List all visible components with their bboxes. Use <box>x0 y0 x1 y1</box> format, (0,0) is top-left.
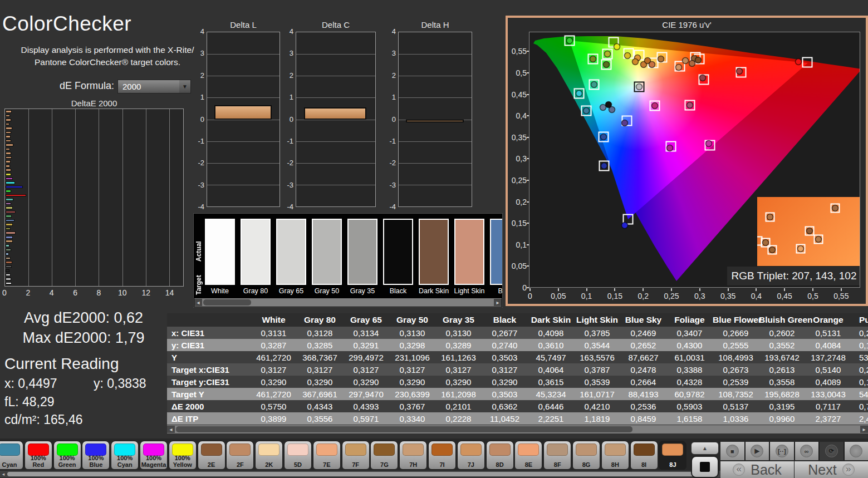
y-tick-label: 0,1 <box>508 240 527 249</box>
patch-tab-100-green[interactable]: 100%Green <box>53 441 81 470</box>
patch-tab-8i[interactable]: 8I <box>630 441 658 470</box>
patch-tab-label: 2F <box>227 462 253 469</box>
patch-window-button[interactable] <box>691 456 719 478</box>
patch-tab-8e[interactable]: 8E <box>514 441 542 470</box>
deltae-bar <box>6 140 11 142</box>
record-button[interactable] <box>845 442 868 460</box>
patch-tab-2f[interactable]: 2F <box>226 441 254 470</box>
patch-tab-5d[interactable]: 5D <box>284 441 312 470</box>
patch-tab-8d[interactable]: 8D <box>486 441 514 470</box>
swatch-scrollbar-thumb[interactable] <box>203 299 251 305</box>
range-button[interactable]: [··] <box>770 442 794 460</box>
patch-tab-8g[interactable]: 8G <box>572 441 600 470</box>
table-scrollbar[interactable]: ◂ ▸ <box>167 425 868 433</box>
x-tick-label: 14 <box>165 288 174 297</box>
patch-tab-7j[interactable]: 7J <box>457 441 485 470</box>
y-tick-label: 4 <box>279 27 293 36</box>
gridline <box>399 185 472 185</box>
table-cell: 0,5750 <box>251 402 297 411</box>
back-button-label: Back <box>751 462 782 478</box>
table-cell: 0,3134 <box>343 328 389 338</box>
patch-tab-100red[interactable]: 100% Red <box>24 441 52 470</box>
y-tick-label: 0,55 <box>508 47 527 56</box>
chevron-down-icon[interactable]: ▼ <box>179 80 190 93</box>
zoom-inset <box>757 197 860 266</box>
collapse-toolbar-button[interactable]: ▲ <box>691 442 719 455</box>
patch-tab-7g[interactable]: 7G <box>370 441 398 470</box>
patch-tab-8j[interactable]: 8J <box>659 441 686 470</box>
swatch-label: White <box>200 287 239 295</box>
patch-tab-100-magenta[interactable]: 100%Magenta <box>140 441 168 470</box>
table-cell: 1,6158 <box>666 414 713 423</box>
back-button[interactable]: « Back <box>720 461 794 478</box>
scroll-left-icon[interactable]: ◂ <box>194 299 202 306</box>
deltae-bar <box>6 257 11 260</box>
loop-button[interactable]: ∞ <box>795 442 819 460</box>
patch-tab-100-blue[interactable]: 100%Blue <box>82 441 110 470</box>
table-cell: 0,3290 <box>343 377 389 387</box>
patch-tab-2e[interactable]: 2E <box>198 441 225 470</box>
deltae-bar <box>6 265 12 268</box>
patch-tab-swatch <box>576 443 597 456</box>
measured-dot-marker <box>737 68 743 75</box>
table-row: Y461,2720368,7367299,4972231,1096161,126… <box>167 351 868 363</box>
table-cell: 461,2720 <box>251 390 297 399</box>
y-tick-label: 0,05 <box>508 262 527 270</box>
x-tick-label: 0,3 <box>694 292 705 300</box>
deltae-bars <box>6 110 182 285</box>
y-tick-label: -3 <box>279 181 293 189</box>
deltae-bar <box>6 253 9 255</box>
table-cell: 0,4064 <box>528 365 574 374</box>
x-tick-label: 0,05 <box>551 292 566 300</box>
scroll-right-icon[interactable]: ▸ <box>494 299 502 306</box>
patch-tab-7f[interactable]: 7F <box>342 441 370 470</box>
table-cell: 0,3539 <box>574 377 620 387</box>
gridline <box>399 163 472 164</box>
measured-dot-marker <box>590 56 596 62</box>
patch-tab-100-cyan[interactable]: 100%Cyan <box>111 441 139 470</box>
y-tick-label: -4 <box>381 203 396 211</box>
max-de2000: Max dE2000: 1,79 <box>8 329 159 347</box>
scroll-right-icon[interactable]: ▸ <box>860 426 868 433</box>
patch-tab-8f[interactable]: 8F <box>543 441 571 470</box>
measured-dot-marker <box>576 91 582 97</box>
patch-tab-7i[interactable]: 7I <box>428 441 456 470</box>
measured-dot-marker <box>583 108 590 114</box>
measured-dot-marker <box>614 44 620 50</box>
description-line-2: Pantone ColorChecker® target colors. <box>16 56 199 68</box>
patch-tab-100-yellow[interactable]: 100%Yellow <box>169 441 197 470</box>
gridline <box>399 97 472 98</box>
measured-dot-marker <box>807 228 813 234</box>
swatch-scrollbar[interactable]: ◂ ▸ <box>194 298 502 307</box>
table-row: ΔE ITP0,38990,35560,59710,33400,222811,0… <box>167 412 868 425</box>
toolbar-scrollbar-thumb[interactable] <box>7 472 710 476</box>
scroll-left-icon[interactable]: ◂ <box>0 471 7 477</box>
patch-tab-2k[interactable]: 2K <box>255 441 283 470</box>
delta-bar <box>304 107 366 120</box>
table-cell: 0,2228 <box>435 414 482 423</box>
patch-tab-swatch <box>662 443 683 456</box>
y-tick-label: -2 <box>279 159 293 167</box>
gridline <box>296 97 375 98</box>
table-scrollbar-thumb[interactable] <box>176 426 632 432</box>
deltae-bar <box>6 135 11 138</box>
de-formula-dropdown[interactable]: 2000 ▼ <box>117 80 191 93</box>
patch-tab-cyan[interactable]: Cyan <box>0 441 23 470</box>
scroll-left-icon[interactable]: ◂ <box>167 426 175 433</box>
refresh-button[interactable]: ⟳ <box>820 442 844 460</box>
patch-tab-7h[interactable]: 7H <box>399 441 427 470</box>
patch-tab-8h[interactable]: 8H <box>601 441 629 470</box>
table-cell: 0,3615 <box>528 377 574 387</box>
reading-cdm2: cd/m²: 165,46 <box>4 412 83 427</box>
table-cell: 0,3290 <box>435 377 482 387</box>
patch-tab-label: 8I <box>631 462 658 469</box>
play-button[interactable]: ▶ <box>746 442 769 460</box>
gridline <box>296 141 375 142</box>
measured-dot-marker <box>687 102 693 109</box>
stop-button[interactable]: ■ <box>720 442 744 460</box>
toolbar-scrollbar[interactable]: ◂ ▸ <box>0 471 733 477</box>
next-button[interactable]: Next » <box>795 461 868 478</box>
patch-tab-7e[interactable]: 7E <box>313 441 341 470</box>
patch-tab-label: 8H <box>602 462 629 469</box>
deltae-bar <box>6 131 11 134</box>
